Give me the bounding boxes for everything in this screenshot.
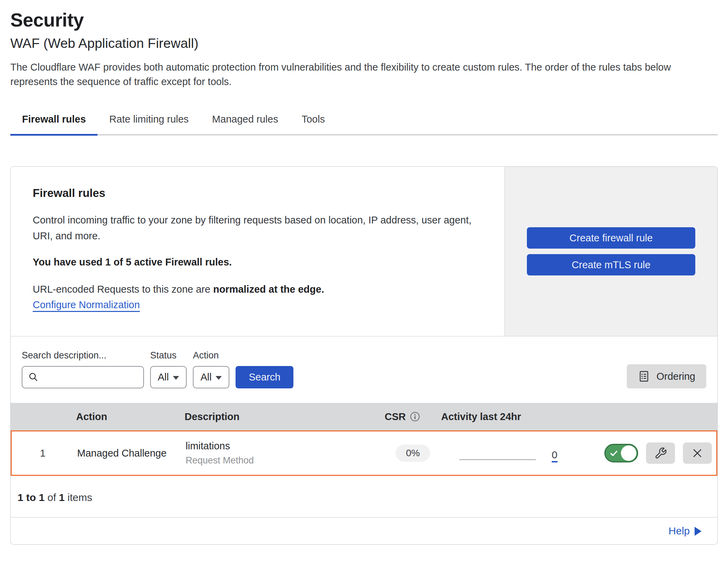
card-heading: Firewall rules xyxy=(33,187,482,200)
help-link[interactable]: Help xyxy=(668,525,701,537)
search-description-label: Search description... xyxy=(22,350,144,361)
firewall-rules-info: Firewall rules Control incoming traffic … xyxy=(11,167,505,336)
usage-summary: You have used 1 of 5 active Firewall rul… xyxy=(33,257,482,268)
ordering-button[interactable]: Ordering xyxy=(627,364,706,388)
table-header-row: Action Description CSR Activity last 24h… xyxy=(11,403,717,430)
pagination-items: items xyxy=(65,492,92,503)
configure-normalization-link[interactable]: Configure Normalization xyxy=(33,299,140,311)
card-top-section: Firewall rules Control incoming traffic … xyxy=(11,167,717,336)
create-mtls-rule-button[interactable]: Create mTLS rule xyxy=(527,254,695,275)
csr-header-label: CSR xyxy=(385,411,406,422)
rule-description: limitations xyxy=(186,440,384,452)
edit-rule-button[interactable] xyxy=(646,442,675,464)
action-label: Action xyxy=(193,350,229,361)
column-header-activity: Activity last 24hr xyxy=(441,411,570,422)
column-header-action: Action xyxy=(73,411,185,422)
pagination-range: 1 to 1 xyxy=(18,492,44,503)
rule-action: Managed Challenge xyxy=(74,448,186,459)
rule-enabled-toggle[interactable] xyxy=(604,444,638,462)
search-button[interactable]: Search xyxy=(236,366,293,388)
chevron-down-icon xyxy=(173,376,179,380)
help-section: Help xyxy=(11,518,717,544)
action-select-value: All xyxy=(200,372,211,383)
check-icon xyxy=(609,449,618,458)
normalization-note: URL-encoded Requests to this zone are no… xyxy=(33,284,482,295)
filter-bar: Search description... Status All xyxy=(11,336,717,403)
toggle-knob xyxy=(621,446,636,461)
page-title: Security xyxy=(10,9,718,31)
tab-tools[interactable]: Tools xyxy=(290,114,337,136)
firewall-rules-table: Action Description CSR Activity last 24h… xyxy=(11,403,717,476)
activity-count-link[interactable]: 0 xyxy=(552,450,558,462)
delete-rule-button[interactable] xyxy=(683,442,712,464)
page-subtitle: WAF (Web Application Firewall) xyxy=(10,36,718,51)
pagination-of: of xyxy=(44,492,59,503)
status-select[interactable]: All xyxy=(150,366,187,388)
chevron-down-icon xyxy=(216,376,222,380)
rule-activity-cell: 0 xyxy=(442,431,571,475)
rule-controls xyxy=(571,442,716,464)
search-input-wrapper xyxy=(22,366,144,388)
table-row: 1 Managed Challenge limitations Request … xyxy=(11,430,717,476)
rule-expression-summary: Request Method xyxy=(186,455,384,466)
ordering-list-icon xyxy=(638,370,650,383)
tab-managed-rules[interactable]: Managed rules xyxy=(200,114,290,136)
search-input[interactable] xyxy=(39,367,165,388)
actions-panel: Create firewall rule Create mTLS rule xyxy=(505,167,717,336)
csr-badge: 0% xyxy=(396,445,430,462)
wrench-icon xyxy=(654,447,667,460)
search-description-group: Search description... xyxy=(22,350,144,388)
arrow-right-icon xyxy=(695,527,701,536)
tab-rate-limiting-rules[interactable]: Rate limiting rules xyxy=(97,114,200,136)
action-select[interactable]: All xyxy=(193,366,229,388)
waf-tabs: Firewall rules Rate limiting rules Manag… xyxy=(10,114,718,135)
tab-firewall-rules[interactable]: Firewall rules xyxy=(10,114,97,136)
rule-priority: 1 xyxy=(12,448,74,459)
status-select-value: All xyxy=(158,372,169,383)
search-icon xyxy=(28,372,39,383)
activity-sparkline xyxy=(459,459,536,460)
column-header-description: Description xyxy=(185,411,383,422)
column-header-csr: CSR xyxy=(383,411,441,422)
normalization-bold: normalized at the edge. xyxy=(213,284,324,295)
pagination-summary: 1 to 1 of 1 items xyxy=(11,476,717,518)
card-description: Control incoming traffic to your zone by… xyxy=(33,212,482,244)
page-description: The Cloudflare WAF provides both automat… xyxy=(10,60,715,89)
action-filter-group: Action All xyxy=(193,350,229,388)
create-firewall-rule-button[interactable]: Create firewall rule xyxy=(527,227,695,249)
security-waf-page: Security WAF (Web Application Firewall) … xyxy=(0,0,728,545)
help-link-label: Help xyxy=(668,525,690,537)
firewall-rules-card: Firewall rules Control incoming traffic … xyxy=(10,166,718,545)
ordering-button-label: Ordering xyxy=(656,371,695,382)
rule-csr-cell: 0% xyxy=(384,445,442,462)
pagination-total: 1 xyxy=(59,492,65,503)
normalization-text: URL-encoded Requests to this zone are xyxy=(33,284,213,295)
status-label: Status xyxy=(150,350,187,361)
close-icon xyxy=(692,448,703,459)
rule-description-cell: limitations Request Method xyxy=(186,440,384,466)
status-filter-group: Status All xyxy=(150,350,187,388)
info-icon[interactable] xyxy=(410,411,420,422)
